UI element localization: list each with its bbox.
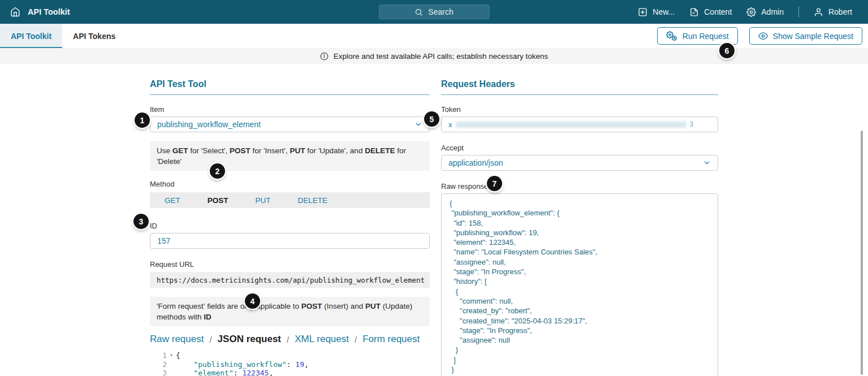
form-request-note: 'Form request' fields are only applicabl…: [150, 297, 430, 326]
tab-form-request[interactable]: Form request: [362, 334, 420, 345]
nav-admin-button[interactable]: Admin: [746, 7, 784, 17]
nav-user-label: Robert: [828, 7, 852, 16]
chevron-down-icon: [414, 120, 422, 128]
info-icon: [320, 52, 329, 60]
annotation-badge-7: 7: [487, 176, 502, 191]
accept-value: application/json: [448, 158, 503, 167]
nav-new-label: New...: [653, 7, 675, 16]
global-search-input[interactable]: Search: [379, 5, 490, 19]
main-content: API Test Tool Item publishing_workflow_e…: [0, 64, 868, 376]
raw-response-label: Raw response: [441, 182, 718, 191]
token-input[interactable]: x 3: [441, 116, 718, 132]
item-select[interactable]: publishing_workflow_element: [150, 116, 430, 132]
nav-content-label: Content: [704, 7, 732, 16]
api-toolkit-page: API Toolkit Search New... Content: [0, 0, 868, 376]
item-label: Item: [150, 105, 430, 114]
fold-caret-icon[interactable]: ▾: [167, 351, 176, 360]
nav-content-button[interactable]: Content: [689, 7, 732, 17]
method-delete[interactable]: DELETE: [298, 196, 328, 205]
request-url-label: Request URL: [150, 260, 430, 269]
id-value: 157: [157, 236, 170, 245]
banner-text: Explore and test available API calls; es…: [334, 52, 549, 60]
fold-gutter: [167, 369, 176, 376]
show-sample-request-button[interactable]: Show Sample Request: [749, 27, 862, 45]
method-note: Use GET for 'Select', POST for 'Insert',…: [150, 141, 430, 171]
id-label: ID: [150, 222, 430, 230]
annotation-badge-4: 4: [245, 293, 260, 309]
panel-title-request-headers: Request Headers: [441, 79, 718, 95]
method-get[interactable]: GET: [165, 196, 180, 205]
token-redaction-blur: [456, 122, 686, 128]
raw-response-textarea[interactable]: { "publishing_workflow_element": { "id":…: [441, 193, 718, 376]
tab-api-tokens[interactable]: API Tokens: [62, 24, 126, 48]
user-icon: [814, 7, 823, 17]
tab-bar: API Toolkit API Tokens Run Request Show …: [0, 24, 868, 48]
id-input[interactable]: 157: [150, 233, 430, 249]
api-test-tool-panel: API Test Tool Item publishing_workflow_e…: [150, 79, 430, 376]
request-url-value: https://docs.metricinsights.com/api/publ…: [150, 272, 430, 288]
line-number: 3: [150, 369, 167, 376]
tab-xml-request[interactable]: XML request: [295, 334, 349, 345]
nav-new-button[interactable]: New...: [638, 7, 675, 17]
accept-select[interactable]: application/json: [441, 155, 718, 171]
top-navbar: API Toolkit Search New... Content: [0, 0, 868, 24]
gears-icon: [666, 31, 677, 41]
annotation-badge-5: 5: [424, 111, 439, 127]
vertical-scrollbar[interactable]: [861, 131, 863, 375]
method-put[interactable]: PUT: [256, 196, 271, 205]
fold-gutter: [167, 360, 176, 369]
token-label: Token: [441, 105, 718, 114]
annotation-badge-2: 2: [210, 163, 225, 179]
line-number: 2: [150, 360, 167, 369]
code-line[interactable]: 2 "publishing_workflow": 19,: [150, 360, 430, 369]
request-format-tabs: Raw request / JSON request / XML request…: [150, 334, 430, 345]
content-icon: [689, 7, 699, 17]
tab-json-request[interactable]: JSON request: [218, 334, 281, 345]
method-selector: GET POST PUT DELETE: [150, 192, 430, 208]
accept-label: Accept: [441, 144, 718, 152]
run-request-button[interactable]: Run Request: [657, 27, 738, 45]
nav-divider: [798, 6, 799, 18]
annotation-badge-3: 3: [133, 214, 149, 229]
nav-admin-label: Admin: [761, 7, 784, 16]
eye-icon: [758, 31, 768, 41]
request-headers-panel: Request Headers Token x 3 Accept applica…: [441, 79, 718, 376]
tab-api-toolkit[interactable]: API Toolkit: [0, 24, 62, 48]
plus-square-icon: [638, 7, 647, 17]
search-icon: [414, 8, 423, 16]
token-suffix: 3: [690, 120, 694, 128]
home-icon[interactable]: [10, 7, 20, 17]
annotation-badge-6: 6: [719, 43, 735, 58]
item-value: publishing_workflow_element: [157, 120, 261, 129]
json-request-editor[interactable]: 1▾{2 "publishing_workflow": 19,3 "elemen…: [150, 351, 430, 376]
code-line[interactable]: 3 "element": 122345,: [150, 369, 430, 376]
tab-raw-request[interactable]: Raw request: [150, 334, 204, 345]
code-line[interactable]: 1▾{: [150, 351, 430, 360]
search-placeholder: Search: [428, 7, 453, 16]
app-title: API Toolkit: [28, 7, 70, 16]
line-number: 1: [150, 351, 167, 360]
info-banner: Explore and test available API calls; es…: [0, 48, 868, 64]
method-label: Method: [150, 180, 430, 188]
token-prefix: x: [448, 120, 452, 129]
panel-title-api-test-tool: API Test Tool: [150, 79, 430, 95]
chevron-down-icon: [703, 159, 711, 167]
annotation-badge-1: 1: [135, 113, 150, 128]
nav-user-button[interactable]: Robert: [814, 7, 852, 17]
gear-icon: [746, 7, 756, 17]
method-post[interactable]: POST: [208, 196, 228, 205]
